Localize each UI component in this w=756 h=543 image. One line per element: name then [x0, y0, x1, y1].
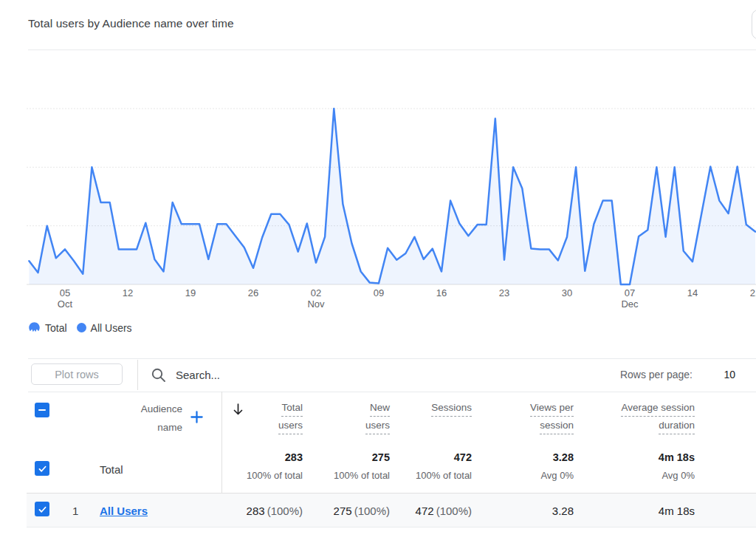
- arrow-down-icon: [233, 403, 244, 416]
- total-fan-icon: [28, 321, 41, 334]
- cell-value: 283: [247, 505, 265, 517]
- total-sub-label: 100% of total: [334, 470, 390, 481]
- rows-per-page-select[interactable]: 10: [724, 369, 735, 380]
- toolbar-top-divider: [28, 358, 756, 359]
- cell-percent: (100%): [354, 505, 390, 517]
- header-divider: [28, 49, 756, 50]
- cell-value: 275: [334, 505, 352, 517]
- column-header-average-session-duration[interactable]: Average session duration: [621, 402, 695, 437]
- cell-value: 472: [416, 505, 434, 517]
- indeterminate-icon: [38, 406, 47, 414]
- add-dimension-button[interactable]: [190, 410, 204, 427]
- header-text: Total: [281, 402, 303, 417]
- column-header-audience-name[interactable]: Audience name: [141, 403, 182, 434]
- audience-name-header-line2: name: [141, 422, 182, 434]
- header-text: users: [278, 420, 303, 434]
- x-axis-tick-label: 19: [168, 287, 213, 298]
- chart-legend: Total All Users: [28, 321, 132, 334]
- total-sub-label: 100% of total: [247, 470, 303, 481]
- header-text: users: [365, 420, 390, 434]
- cell-percent: (100%): [436, 505, 472, 517]
- cell-percent: (100%): [267, 505, 303, 517]
- select-all-checkbox[interactable]: [35, 403, 49, 417]
- column-header-sessions[interactable]: Sessions: [431, 402, 472, 420]
- audience-link-all-users[interactable]: All Users: [100, 505, 148, 517]
- chart-area-fill: [29, 109, 755, 284]
- row-index: 1: [72, 505, 78, 517]
- checkmark-icon: [38, 464, 47, 474]
- search-input[interactable]: [176, 365, 589, 384]
- total-value: 3.28: [540, 451, 574, 463]
- cell-sessions: 472(100%): [416, 505, 472, 517]
- header-text: Views per: [530, 402, 574, 417]
- total-cell-avg-session-duration: 4m 18s Avg 0%: [659, 451, 695, 481]
- header-text: session: [540, 420, 574, 434]
- total-sub-label: Avg 0%: [540, 470, 574, 481]
- cell-avg-session-duration: 4m 18s: [659, 505, 695, 517]
- x-axis-tick-label: 07Dec: [608, 287, 652, 310]
- sort-descending-icon[interactable]: [233, 403, 244, 419]
- audience-name-header-line1: Audience: [141, 403, 182, 415]
- cell-views-per-session: 3.28: [552, 505, 574, 517]
- x-axis-tick-label: 16: [419, 287, 464, 298]
- checkmark-icon: [38, 505, 47, 514]
- x-axis-tick-label: 14: [670, 287, 715, 298]
- legend-label-total: Total: [45, 322, 67, 334]
- x-axis-tick-label: 02Nov: [294, 287, 338, 310]
- x-axis-tick-label: 12: [106, 287, 150, 298]
- cell-value: 4m 18s: [659, 505, 695, 517]
- total-value: 275: [334, 451, 390, 463]
- cell-new-users: 275(100%): [334, 505, 390, 517]
- x-axis-tick-label: 23: [482, 287, 526, 298]
- toolbar-divider: [137, 360, 138, 390]
- total-sub-label: Avg 0%: [659, 470, 695, 481]
- x-axis-labels: 05Oct12192602Nov0916233007Dec1421: [0, 287, 756, 313]
- header-text: Sessions: [431, 402, 472, 417]
- total-sub-label: 100% of total: [416, 470, 472, 481]
- total-cell-sessions: 472 100% of total: [416, 451, 472, 481]
- all-users-dot-icon: [77, 323, 86, 332]
- legend-label-all-users: All Users: [91, 322, 132, 334]
- total-row-label: Total: [100, 463, 123, 476]
- table-top-divider: [28, 392, 756, 392]
- row-checkbox[interactable]: [35, 502, 49, 516]
- header-text: duration: [659, 420, 695, 434]
- x-axis-tick-label: 21: [733, 287, 756, 298]
- total-value: 283: [247, 451, 303, 463]
- column-header-views-per-session[interactable]: Views per session: [530, 402, 574, 437]
- cell-total-users: 283(100%): [247, 505, 303, 517]
- plus-icon: [190, 410, 204, 424]
- page-title: Total users by Audience name over time: [28, 17, 234, 30]
- total-users-line-chart: [0, 59, 756, 290]
- total-row-checkbox[interactable]: [35, 461, 49, 476]
- header-text: New: [370, 402, 390, 417]
- x-axis-tick-label: 05Oct: [43, 287, 87, 310]
- total-cell-new-users: 275 100% of total: [334, 451, 390, 481]
- plot-rows-button[interactable]: Plot rows: [31, 363, 123, 385]
- total-value: 472: [416, 451, 472, 463]
- column-header-total-users[interactable]: Total users: [278, 402, 303, 437]
- column-header-new-users[interactable]: New users: [365, 402, 390, 437]
- cell-value: 3.28: [552, 505, 574, 517]
- x-axis-tick-label: 09: [357, 287, 401, 298]
- total-cell-total-users: 283 100% of total: [247, 451, 303, 481]
- x-axis-tick-label: 26: [231, 287, 275, 298]
- total-value: 4m 18s: [659, 451, 695, 463]
- search-icon: [150, 366, 168, 384]
- card-action-button[interactable]: [752, 10, 756, 39]
- total-cell-views-per-session: 3.28 Avg 0%: [540, 451, 574, 481]
- header-text: Average session: [621, 402, 695, 417]
- rows-per-page-label: Rows per page:: [620, 369, 693, 380]
- audiences-report-card: Total users by Audience name over time 0…: [0, 0, 756, 543]
- x-axis-tick-label: 30: [545, 287, 589, 298]
